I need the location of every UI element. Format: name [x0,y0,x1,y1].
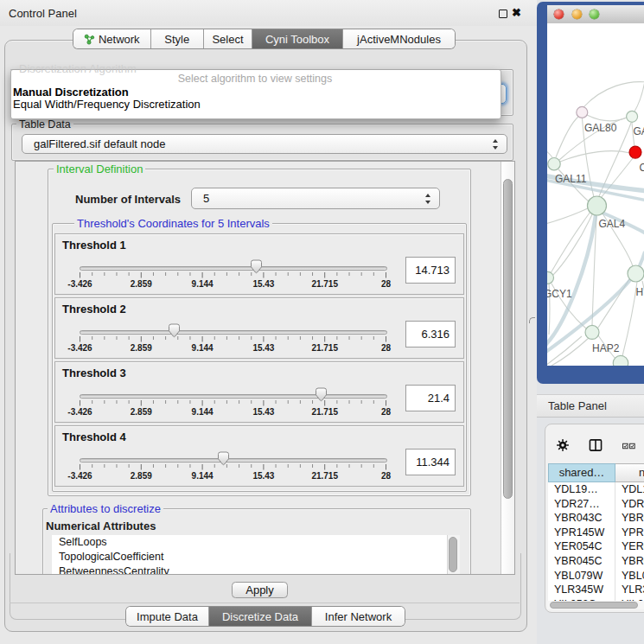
slider-scale-label: 15.43 [252,279,274,289]
tab-label: Discretize Data [222,610,298,623]
tab-label: jActiveMNodules [357,33,441,46]
network-node[interactable] [585,325,599,339]
tab-cyni-toolbox[interactable]: Cyni Toolbox [252,29,343,48]
table-data-group-title: Table Data [16,118,73,131]
slider-scale-label: 9.144 [192,343,214,353]
threshold-slider-ticks [80,400,386,406]
settings-vertical-scrollbar-thumb[interactable] [503,179,513,499]
network-node[interactable] [577,106,588,118]
table-row[interactable]: YDL19…YDL1 [548,482,644,497]
slider-scale-label: 21.715 [311,279,338,289]
threshold-slider-scale: -3.4262.8599.14415.4321.71528 [80,279,386,290]
slider-scale-label: 9.144 [192,279,214,289]
slider-scale-label: -3.426 [67,343,92,353]
close-icon[interactable]: ✖ [512,6,521,19]
slider-scale-label: 21.715 [311,343,338,353]
screenshot-root: Control Panel ✖ NetworkStyleSelectCyni T… [0,0,644,644]
table-toolbar [545,424,644,462]
network-canvas[interactable]: GAL80GACGAL11GAL4GCY1HHAP2 [547,23,644,366]
tab-impute-data[interactable]: Impute Data [126,607,209,626]
number-of-intervals-combobox[interactable]: 5 [191,188,440,209]
table-cell: YBR045C [548,554,615,569]
network-node[interactable] [548,158,560,170]
interval-definition-group-title: Interval Definition [54,163,145,175]
group-border-line [10,69,512,70]
minimize-traffic-light-icon[interactable] [572,10,582,19]
network-node[interactable] [628,265,644,282]
table-data-combobox-value: galFiltered.sif default node [34,135,165,153]
threshold-slider-scale: -3.4262.8599.14415.4321.71528 [80,407,386,418]
table-column-header[interactable]: shared… [548,463,615,482]
slider-scale-label: -3.426 [67,471,92,481]
close-traffic-light-icon[interactable] [554,10,564,19]
table-cell: YLR345W [548,583,615,597]
table-horizontal-scrollbar[interactable] [547,601,644,609]
table-row[interactable]: YPR145WYPR1 [548,526,644,540]
tab-style[interactable]: Style [151,29,205,48]
network-node[interactable] [547,271,554,284]
threshold-label: Threshold 3 [62,367,126,379]
threshold-value-field[interactable]: 11.344 [405,449,456,475]
table-cell: YER054C [548,539,615,554]
slider-scale-label: 2.859 [131,471,152,481]
checkboxes-icon[interactable] [622,442,636,450]
threshold-slider-scale: -3.4262.8599.14415.4321.71528 [80,471,386,481]
threshold-value-field[interactable]: 21.4 [405,385,456,411]
table-cell: YDR2 [615,497,644,512]
slider-scale-label: 2.859 [131,279,152,289]
settings-vertical-scrollbar[interactable] [501,162,514,574]
network-node[interactable] [613,355,628,366]
apply-button[interactable]: Apply [232,582,288,598]
network-node[interactable] [629,146,641,158]
slider-scale-label: 15.43 [252,343,274,353]
node-table-rows: YDL19…YDL1YDR27…YDR2YBR043CYBR0YPR145WYP… [548,482,644,601]
table-data-combobox[interactable]: galFiltered.sif default node [22,134,507,154]
settings-scrollpane: Interval Definition Number of Intervals … [15,161,515,575]
popup-item-equal-width-frequency[interactable]: Equal Width/Frequency Discretization [13,98,201,111]
threshold-slider-track[interactable] [80,394,387,399]
tab-jactivemnodules[interactable]: jActiveMNodules [343,29,455,48]
table-row[interactable]: YBR045CYBR0 [548,554,644,569]
splitter-collapse-icon[interactable] [529,317,535,323]
table-panel-title: Table Panel [548,399,607,412]
table-row[interactable]: YBR043CYBR0 [548,511,644,526]
tab-label: Impute Data [137,610,198,623]
network-node[interactable] [627,111,638,122]
table-row[interactable]: YDR27…YDR2 [548,497,644,512]
table-row[interactable]: YLR345WYLR3 [548,583,644,597]
tab-infer-network[interactable]: Infer Network [312,607,405,626]
threshold-slider-ticks [80,336,386,342]
network-node[interactable] [588,196,607,215]
table-row[interactable]: YER054CYER0 [548,539,644,554]
popup-item-manual-discretization[interactable]: Manual Discretization [13,86,129,99]
network-node-label: GAL80 [584,122,617,134]
table-column-header[interactable]: n [615,463,644,482]
network-node-label: GAL11 [555,173,587,185]
slider-scale-label: 15.43 [252,471,274,481]
zoom-traffic-light-icon[interactable] [590,10,599,19]
network-node-label: C [640,162,644,174]
tab-network[interactable]: Network [73,29,151,48]
columns-icon[interactable] [589,439,603,451]
tab-discretize-data[interactable]: Discretize Data [209,607,312,626]
attribute-list-item[interactable]: SelfLoops [52,535,447,550]
table-panel-body: shared…n YDL19…YDL1YDR27…YDR2YBR043CYBR0… [545,424,644,613]
table-row[interactable]: YBL079WYBL0 [548,569,644,583]
threshold-value-field[interactable]: 6.316 [405,321,456,348]
threshold-label: Threshold 4 [62,430,126,443]
threshold-slider-track[interactable] [80,266,387,271]
threshold-panel: Threshold 3 -3.4262.8599.14415.4321.7152… [54,361,464,423]
table-cell: YBR0 [615,511,644,526]
threshold-value-field[interactable]: 14.713 [405,257,456,284]
threshold-slider-track[interactable] [80,330,387,335]
tab-label: Network [99,33,140,46]
tab-select[interactable]: Select [204,29,252,48]
threshold-slider-track[interactable] [80,458,387,462]
gear-icon[interactable] [557,439,569,451]
slider-scale-label: 21.715 [311,471,338,481]
table-horizontal-scrollbar-thumb[interactable] [550,602,638,609]
network-window-titlebar [547,5,644,24]
float-window-icon[interactable] [499,10,507,18]
control-panel-titlebar: Control Panel ✖ [0,0,537,27]
tab-label: Infer Network [325,610,392,623]
